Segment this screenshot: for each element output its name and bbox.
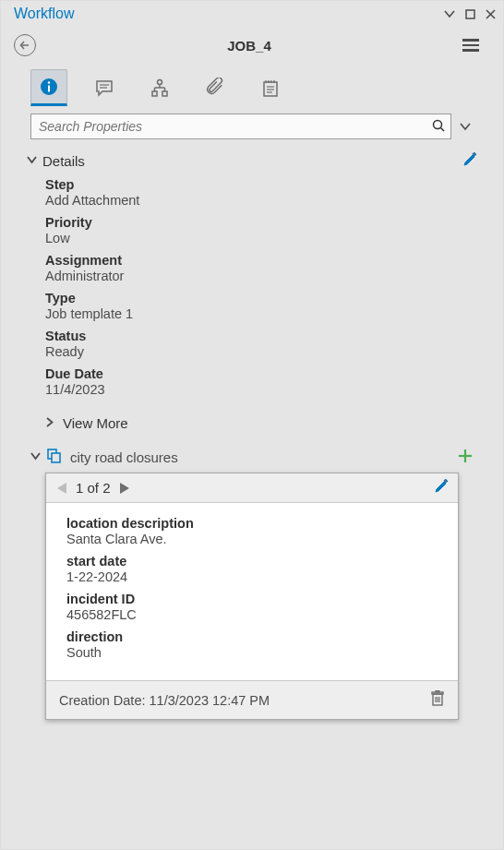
field-label: Due Date	[45, 366, 459, 381]
search-options-dropdown[interactable]	[457, 119, 474, 134]
svg-marker-30	[57, 483, 66, 494]
related-title: city road closures	[70, 449, 457, 465]
layer-icon	[46, 448, 63, 467]
autohide-button[interactable]	[442, 6, 457, 21]
related-card-wrap: 1 of 2 location description Santa Clara …	[1, 473, 503, 738]
card-body: location description Santa Clara Ave. st…	[46, 503, 458, 680]
field-step: Step Add Attachment	[45, 177, 459, 208]
workflow-panel: Workflow JOB_4	[0, 0, 504, 850]
panel-title: Workflow	[14, 6, 437, 22]
details-header: Details	[1, 149, 503, 177]
field-priority: Priority Low	[45, 215, 459, 245]
svg-rect-27	[52, 453, 60, 462]
details-toggle[interactable]	[27, 154, 37, 168]
field-value: Administrator	[45, 269, 459, 283]
svg-rect-5	[48, 86, 50, 92]
field-due-date: Due Date 11/4/2023	[45, 366, 459, 397]
field-location: location description Santa Clara Ave.	[66, 516, 438, 546]
card-footer: Creation Date: 11/3/2023 12:47 PM	[46, 680, 458, 719]
field-assignment: Assignment Administrator	[45, 253, 459, 283]
field-value: Santa Clara Ave.	[66, 532, 438, 546]
field-label: direction	[66, 629, 438, 644]
field-value: Add Attachment	[45, 193, 459, 208]
related-card: 1 of 2 location description Santa Clara …	[45, 473, 459, 720]
field-label: Assignment	[45, 253, 459, 268]
add-related-button[interactable]	[457, 448, 474, 467]
edit-details-button[interactable]	[462, 152, 477, 170]
field-value: 11/4/2023	[45, 382, 459, 397]
search-box[interactable]	[30, 114, 451, 139]
field-label: Type	[45, 291, 459, 305]
field-label: Status	[45, 329, 459, 343]
svg-point-6	[48, 81, 51, 84]
field-status: Status Ready	[45, 329, 459, 359]
svg-line-24	[441, 127, 445, 131]
field-value: 456582FLC	[66, 607, 438, 622]
svg-rect-38	[436, 691, 439, 693]
details-fields: Step Add Attachment Priority Low Assignm…	[1, 177, 503, 410]
svg-rect-11	[162, 91, 167, 96]
next-record-button[interactable]	[118, 481, 131, 496]
field-type: Type Job template 1	[45, 291, 459, 321]
field-value: South	[66, 645, 438, 660]
maximize-button[interactable]	[462, 6, 477, 21]
tab-details[interactable]	[30, 69, 67, 106]
delete-record-button[interactable]	[430, 690, 445, 710]
prev-record-button[interactable]	[55, 481, 68, 496]
panel-header: Workflow	[1, 1, 503, 27]
creation-date-text: Creation Date: 11/3/2023 12:47 PM	[59, 693, 270, 708]
svg-rect-0	[466, 10, 474, 18]
field-value: 1-22-2024	[66, 569, 438, 584]
field-value: Job template 1	[45, 306, 459, 321]
field-label: Step	[45, 177, 459, 192]
search-input[interactable]	[37, 118, 432, 135]
edit-record-button[interactable]	[434, 479, 449, 497]
close-button[interactable]	[483, 6, 498, 21]
field-label: Priority	[45, 215, 459, 230]
tab-notes[interactable]	[252, 69, 289, 106]
svg-rect-10	[152, 91, 157, 96]
field-value: Low	[45, 231, 459, 245]
field-label: location description	[66, 516, 438, 531]
svg-marker-31	[120, 483, 129, 494]
search-icon[interactable]	[432, 119, 445, 135]
field-incident-id: incident ID 456582FLC	[66, 592, 438, 622]
tab-diagram[interactable]	[141, 69, 178, 106]
field-value: Ready	[45, 344, 459, 359]
svg-point-9	[158, 80, 162, 85]
job-title: JOB_4	[36, 38, 462, 54]
related-toggle[interactable]	[30, 450, 41, 464]
field-label: start date	[66, 554, 438, 569]
tab-comments[interactable]	[86, 69, 123, 106]
back-button[interactable]	[14, 34, 36, 56]
chevron-right-icon	[45, 416, 54, 430]
view-more-button[interactable]: View More	[1, 410, 503, 440]
job-nav-row: JOB_4	[1, 27, 503, 64]
field-direction: direction South	[66, 629, 438, 660]
field-label: incident ID	[66, 592, 438, 606]
related-header: city road closures	[1, 440, 503, 473]
tab-attachments[interactable]	[197, 69, 234, 106]
details-label: Details	[42, 153, 462, 169]
search-row	[1, 114, 503, 149]
field-start-date: start date 1-22-2024	[66, 554, 438, 584]
tab-strip	[1, 64, 503, 114]
pager-text: 1 of 2	[76, 480, 111, 496]
card-nav: 1 of 2	[46, 473, 458, 503]
menu-button[interactable]	[462, 39, 485, 52]
svg-point-23	[434, 120, 442, 128]
view-more-label: View More	[63, 415, 128, 431]
